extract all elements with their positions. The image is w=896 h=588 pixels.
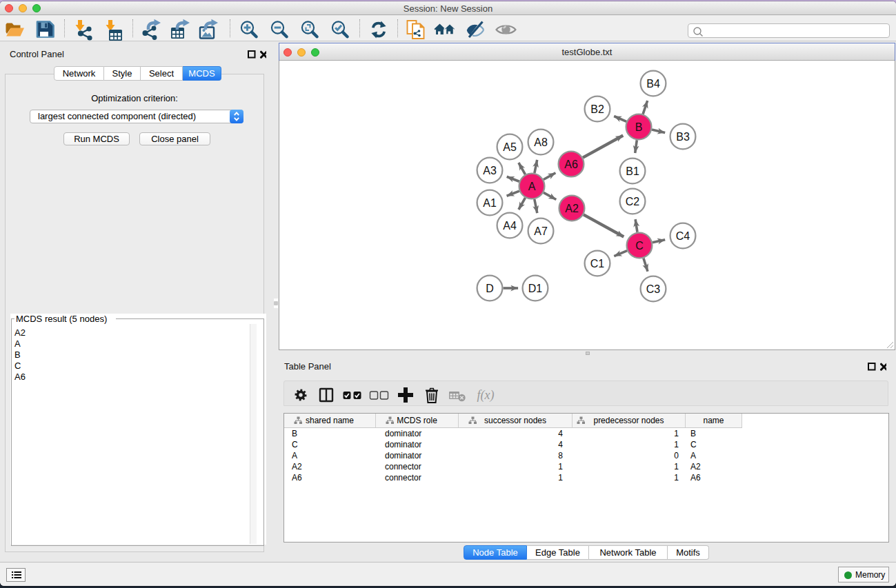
svg-text:A6: A6 <box>564 159 578 170</box>
svg-text:D: D <box>486 283 494 294</box>
svg-text:B: B <box>635 121 643 133</box>
svg-text:A1: A1 <box>483 197 497 209</box>
svg-text:C4: C4 <box>676 230 690 242</box>
svg-text:C1: C1 <box>590 258 605 270</box>
svg-text:A3: A3 <box>483 165 497 176</box>
svg-text:A2: A2 <box>565 203 579 214</box>
svg-text:C: C <box>635 240 644 252</box>
svg-text:C3: C3 <box>646 283 661 295</box>
svg-text:B2: B2 <box>590 103 604 115</box>
svg-text:B1: B1 <box>626 165 639 177</box>
svg-text:A5: A5 <box>503 141 517 153</box>
svg-text:A: A <box>528 181 536 192</box>
svg-text:A7: A7 <box>534 225 548 237</box>
svg-text:f(x): f(x) <box>477 388 495 403</box>
svg-text:A8: A8 <box>534 136 548 148</box>
svg-text:A4: A4 <box>503 220 517 232</box>
svg-text:D1: D1 <box>528 283 543 294</box>
svg-text:C2: C2 <box>626 196 640 207</box>
svg-text:B3: B3 <box>676 131 690 143</box>
svg-text:B4: B4 <box>646 78 660 90</box>
